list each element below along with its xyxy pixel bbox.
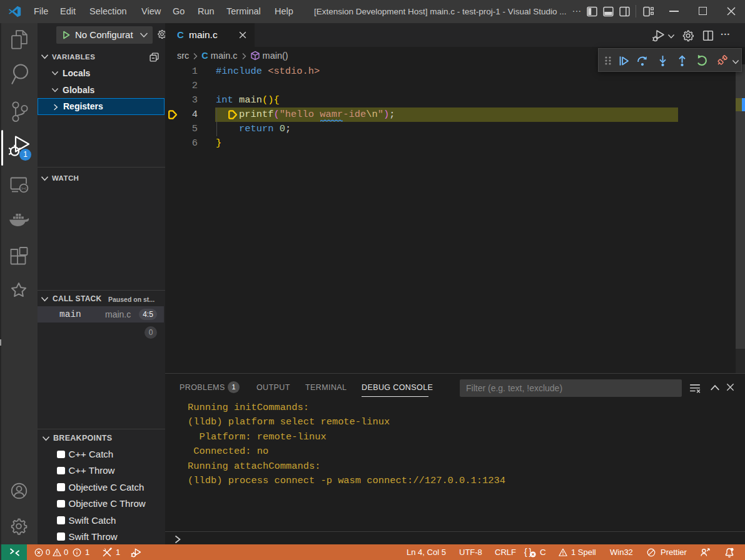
svg-text:><: >< — [21, 186, 27, 191]
